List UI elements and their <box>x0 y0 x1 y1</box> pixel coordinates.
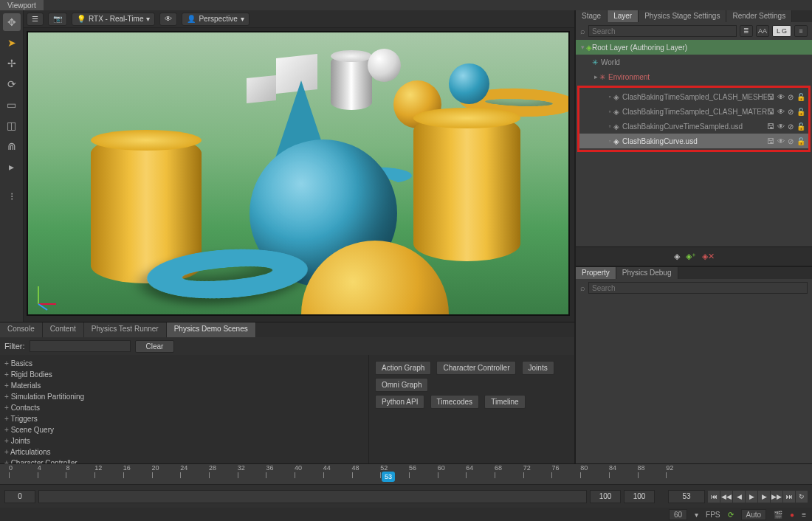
save-icon[interactable]: 🖫 <box>767 123 774 131</box>
tree-item[interactable]: Joints <box>4 435 364 446</box>
camera-mode-dropdown[interactable]: 👤Perspective ▾ <box>182 13 249 26</box>
expand-icon[interactable]: ▸ <box>592 73 599 80</box>
chip[interactable]: Joints <box>522 361 554 375</box>
step-fwd-icon[interactable]: ▶ <box>758 491 770 503</box>
eye-icon[interactable]: 👁 <box>777 93 785 101</box>
timeline-scrub[interactable] <box>38 490 587 503</box>
tree-item[interactable]: Basics <box>4 358 364 369</box>
fps-arrow-icon[interactable]: ▾ <box>695 511 698 519</box>
tab-render-settings[interactable]: Render Settings <box>726 10 792 22</box>
tab-property[interactable]: Property <box>576 267 616 279</box>
expand-icon[interactable]: ▫ <box>606 137 613 145</box>
layer-row-root[interactable]: ▾ ◈ Root Layer (Authoring Layer) <box>576 40 812 55</box>
select-tool-icon[interactable]: ✥ <box>3 13 21 31</box>
chip[interactable]: Python API <box>375 395 424 409</box>
layer-list[interactable]: ▾ ◈ Root Layer (Authoring Layer) ✳World … <box>576 40 812 246</box>
tree-item[interactable]: Scene Query <box>4 424 364 435</box>
timeline-ruler[interactable]: 53 0481216202428323640444852566064687276… <box>0 464 812 485</box>
tree-item[interactable]: Character Controller <box>4 458 364 463</box>
rotate-tool-icon[interactable]: ⟳ <box>3 75 21 93</box>
render-mode-dropdown[interactable]: 💡RTX - Real-Time ▾ <box>72 13 155 26</box>
remove-layer-icon[interactable]: ◈✕ <box>702 252 715 261</box>
layer-search-input[interactable] <box>588 25 737 37</box>
aa-toggle[interactable]: AA <box>756 25 769 37</box>
eye-off-icon[interactable]: ⊘ <box>788 137 794 145</box>
step-back-icon[interactable]: ◀ <box>733 491 745 503</box>
chip[interactable]: Character Controller <box>436 361 516 375</box>
tree-item[interactable]: Materials <box>4 380 364 391</box>
add-layer-plus-icon[interactable]: ◈⁺ <box>686 252 696 261</box>
eye-icon[interactable]: 👁 <box>777 123 785 131</box>
expand-icon[interactable]: ▫ <box>606 93 613 100</box>
layer-row-environment[interactable]: ▸ ✳Environment <box>576 69 812 84</box>
timeline-start[interactable]: 0 <box>4 490 35 503</box>
magnet-tool-icon[interactable]: ⋒ <box>3 137 21 155</box>
eye-icon[interactable]: 👁 <box>777 137 785 145</box>
timeline-end-a[interactable]: 100 <box>590 490 621 503</box>
save-icon[interactable]: 🖫 <box>767 137 774 145</box>
menu-icon[interactable]: ≡ <box>794 25 808 37</box>
move-tool-icon[interactable]: ✢ <box>3 55 21 72</box>
snap-tool-icon[interactable]: ◫ <box>3 117 21 134</box>
add-layer-icon[interactable]: ◈ <box>674 252 680 261</box>
play-icon[interactable]: ▶ <box>746 491 757 503</box>
next-key-icon[interactable]: ▶▶ <box>771 491 782 503</box>
collapse-icon[interactable]: ▾ <box>579 44 586 51</box>
play-tool-icon[interactable]: ▸ <box>3 158 21 176</box>
chip[interactable]: Omni Graph <box>375 378 428 392</box>
tab-content[interactable]: Content <box>43 322 84 337</box>
goto-end-icon[interactable]: ⏭ <box>783 491 795 503</box>
record-dot-icon[interactable]: ● <box>790 511 794 519</box>
pointer-tool-icon[interactable]: ➤ <box>3 34 21 52</box>
save-icon[interactable]: 🖫 <box>767 108 774 116</box>
eye-off-icon[interactable]: ⊘ <box>788 123 794 131</box>
chip[interactable]: Timeline <box>484 395 525 409</box>
layer-row[interactable]: ▫ ◈ClashBakingTimeSampled_CLASH_MATERIAL… <box>579 104 808 119</box>
clear-button[interactable]: Clear <box>135 340 175 353</box>
tab-physics-stage-settings[interactable]: Physics Stage Settings <box>639 10 726 22</box>
sync-icon[interactable]: ⟳ <box>728 511 734 519</box>
lock-icon[interactable]: 🔓 <box>796 123 805 131</box>
tree-item[interactable]: Simulation Partitioning <box>4 391 364 402</box>
tab-physics-debug[interactable]: Physics Debug <box>616 267 678 279</box>
filter-input[interactable] <box>30 340 131 352</box>
tree-item[interactable]: Rigid Bodies <box>4 369 364 380</box>
category-tree[interactable]: Basics Rigid Bodies Materials Simulation… <box>0 355 369 463</box>
layer-row[interactable]: ▫ ◈ClashBakingTimeSampled_CLASH_MESHES.u… <box>579 89 808 104</box>
tree-item[interactable]: Triggers <box>4 413 364 424</box>
tree-item[interactable]: Contacts <box>4 402 364 413</box>
prev-key-icon[interactable]: ◀◀ <box>720 491 732 503</box>
layer-row-selected[interactable]: ▫ ◈ClashBakingCurve.usd 🖫👁⊘🔓 <box>579 134 808 148</box>
tab-physics-demo-scenes[interactable]: Physics Demo Scenes <box>167 322 256 337</box>
viewport-canvas[interactable] <box>27 31 570 316</box>
auto-toggle[interactable]: Auto <box>741 509 767 520</box>
record-icon[interactable]: 🎬 <box>774 511 782 519</box>
tab-layer[interactable]: Layer <box>608 10 639 22</box>
chip[interactable]: Timecodes <box>430 395 480 409</box>
tab-console[interactable]: Console <box>0 322 43 337</box>
lg-toggle[interactable]: L G <box>772 25 791 37</box>
expand-icon[interactable]: ▫ <box>606 123 613 130</box>
settings-menu-icon[interactable]: ≡ <box>802 511 806 519</box>
menu-button[interactable]: ☰ <box>27 13 44 26</box>
layer-row-world[interactable]: ✳World <box>576 55 812 69</box>
timeline-frame[interactable]: 53 <box>668 490 705 503</box>
timeline-end-b[interactable]: 100 <box>624 490 655 503</box>
tree-item[interactable]: Articulations <box>4 446 364 458</box>
goto-start-icon[interactable]: ⏮ <box>708 491 720 503</box>
lock-icon[interactable]: 🔓 <box>796 93 805 101</box>
layers-icon[interactable]: ≣ <box>740 25 753 37</box>
lock-icon[interactable]: 🔓 <box>796 137 805 145</box>
property-search-input[interactable] <box>588 282 808 294</box>
chip[interactable]: Action Graph <box>375 361 431 375</box>
visibility-icon[interactable]: 👁 <box>159 13 177 26</box>
measure-tool-icon[interactable]: ⁝ <box>3 187 21 205</box>
viewport-tab[interactable]: Viewport <box>0 0 44 10</box>
scale-tool-icon[interactable]: ▭ <box>3 96 21 114</box>
loop-icon[interactable]: ↻ <box>796 491 808 503</box>
eye-icon[interactable]: 👁 <box>777 108 785 116</box>
lock-icon[interactable]: 🔓 <box>796 108 805 116</box>
expand-icon[interactable]: ▫ <box>606 108 613 115</box>
eye-off-icon[interactable]: ⊘ <box>788 108 794 116</box>
eye-off-icon[interactable]: ⊘ <box>788 93 794 101</box>
